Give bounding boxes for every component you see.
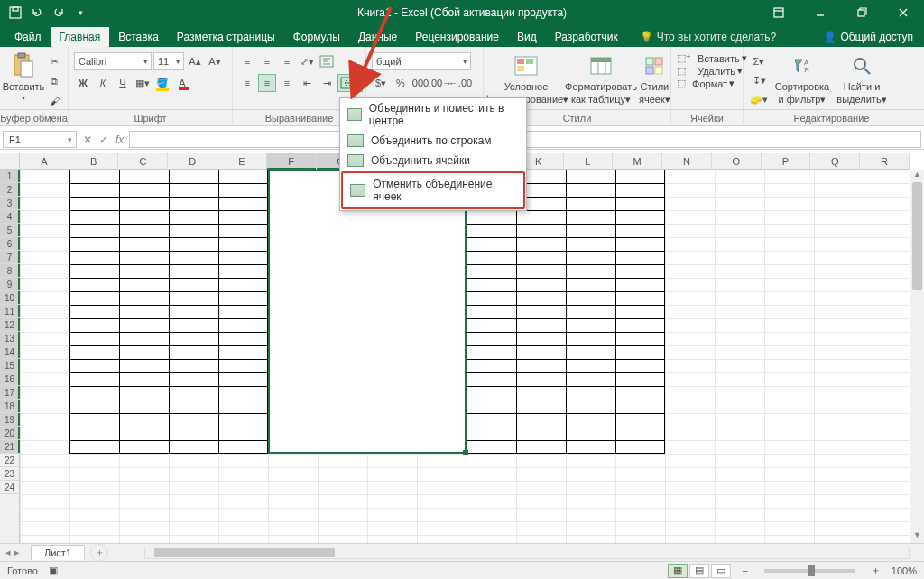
font-size-combo[interactable]: 11 [153,52,184,70]
row-15[interactable]: 15 [0,359,19,372]
row-23[interactable]: 23 [0,467,19,481]
row-22[interactable]: 22 [0,454,19,467]
row-10[interactable]: 10 [0,291,19,305]
tab-home[interactable]: Главная [51,27,110,47]
tab-file[interactable]: Файл [5,27,51,47]
sheet-tab-1[interactable]: Лист1 [31,545,85,560]
decrease-font-icon[interactable]: A▾ [206,52,224,70]
enter-formula-icon[interactable]: ✓ [99,133,108,146]
row-13[interactable]: 13 [0,332,19,345]
col-B[interactable]: B [69,153,119,169]
insert-cells-button[interactable]: ⬚⁺ Вставить▾ [677,52,747,64]
merge-cells-item[interactable]: Объединить ячейки [340,151,526,170]
zoom-out-icon[interactable]: − [742,565,747,576]
format-cells-button[interactable]: ⬚ Формат▾ [677,78,735,89]
col-D[interactable]: D [168,153,217,169]
increase-decimal-icon[interactable]: .00→ [431,74,449,92]
paste-button[interactable]: Вставить▾ [5,52,42,102]
align-left-icon[interactable]: ≡ [238,74,256,92]
row-7[interactable]: 7 [0,251,19,264]
close-icon[interactable] [882,0,924,25]
align-top-icon[interactable]: ≡ [238,52,256,70]
number-format-combo[interactable]: бщий [372,52,471,70]
scroll-up-icon[interactable]: ▲ [910,170,924,182]
row-1[interactable]: 1 [0,170,19,183]
undo-icon[interactable] [29,5,45,21]
spreadsheet-grid[interactable]: A B C D E F G H I J K L M N O P Q R 1234… [0,153,924,543]
underline-button[interactable]: Ч [114,74,132,92]
font-name-combo[interactable]: Calibri [74,52,152,70]
col-Q[interactable]: Q [810,153,860,169]
col-O[interactable]: O [712,153,762,169]
fx-icon[interactable]: fx [116,133,124,146]
add-sheet-button[interactable]: ＋ [90,544,108,562]
tab-review[interactable]: Рецензирование [406,27,508,47]
cut-icon[interactable]: ✂ [45,52,63,70]
fill-icon[interactable]: ↧▾ [749,71,769,89]
row-5[interactable]: 5 [0,224,19,237]
col-A[interactable]: A [20,153,69,169]
row-16[interactable]: 16 [0,372,19,386]
tab-developer[interactable]: Разработчик [546,27,627,47]
orientation-icon[interactable]: ⤢▾ [298,52,316,70]
italic-button[interactable]: К [94,74,112,92]
merge-center-split[interactable]: ▾ [337,74,363,92]
borders-icon[interactable]: ▦▾ [134,74,152,92]
minimize-icon[interactable] [799,0,841,25]
sheet-nav[interactable]: ◂▸ [0,547,25,558]
col-L[interactable]: L [564,153,614,169]
row-24[interactable]: 24 [0,481,19,494]
name-box[interactable]: F1 [3,131,77,148]
col-N[interactable]: N [662,153,712,169]
increase-indent-icon[interactable]: ⇥ [318,74,336,92]
align-bottom-icon[interactable]: ≡ [278,52,296,70]
wrap-text-button[interactable] [318,52,336,70]
redo-icon[interactable] [51,5,67,21]
restore-icon[interactable] [841,0,882,25]
ribbon-display-icon[interactable] [758,0,799,25]
col-F[interactable]: F [267,153,317,169]
row-4[interactable]: 4 [0,210,19,224]
view-page-break-icon[interactable]: ▭ [711,564,731,578]
tab-formulas[interactable]: Формулы [284,27,349,47]
macro-record-icon[interactable]: ▣ [49,565,58,576]
sort-filter-button[interactable]: AЯ Сортировка и фильтр▾ [772,52,832,106]
format-as-table-button[interactable]: Форматировать как таблицу▾ [567,52,635,106]
tab-insert[interactable]: Вставка [109,27,168,47]
zoom-level[interactable]: 100% [892,565,917,576]
col-C[interactable]: C [118,153,168,169]
tell-me[interactable]: 💡Что вы хотите сделать? [633,27,784,47]
delete-cells-button[interactable]: ⬚⁻ Удалить▾ [677,65,743,77]
clear-icon[interactable]: 🧽▾ [749,90,769,108]
zoom-thumb[interactable] [808,565,815,576]
row-18[interactable]: 18 [0,400,19,413]
currency-icon[interactable]: $▾ [372,74,390,92]
view-normal-icon[interactable]: ▦ [668,564,688,578]
align-right-icon[interactable]: ≡ [278,74,296,92]
row-6[interactable]: 6 [0,237,19,251]
save-icon[interactable] [7,5,23,21]
bold-button[interactable]: Ж [74,74,92,92]
row-11[interactable]: 11 [0,305,19,318]
merge-across-item[interactable]: Объединить по строкам [340,131,526,151]
row-8[interactable]: 8 [0,264,19,278]
zoom-slider[interactable] [764,569,855,573]
autosum-icon[interactable]: Σ▾ [749,52,769,70]
hscroll-thumb[interactable] [154,548,335,557]
decrease-indent-icon[interactable]: ⇤ [298,74,316,92]
view-page-layout-icon[interactable]: ▤ [689,564,709,578]
cells-area[interactable] [20,170,910,543]
fill-color-icon[interactable]: 🪣 [153,74,171,92]
col-E[interactable]: E [217,153,267,169]
row-3[interactable]: 3 [0,197,19,210]
find-select-button[interactable]: Найти и выделить▾ [836,52,888,106]
tab-data[interactable]: Данные [349,27,406,47]
format-painter-icon[interactable]: 🖌 [45,92,63,110]
tab-layout[interactable]: Разметка страницы [168,27,284,47]
col-M[interactable]: M [613,153,662,169]
row-14[interactable]: 14 [0,345,19,359]
row-12[interactable]: 12 [0,318,19,332]
vertical-scrollbar[interactable]: ▲ ▼ [910,170,924,543]
col-R[interactable]: R [860,153,910,169]
font-color-icon[interactable]: A [173,74,191,92]
